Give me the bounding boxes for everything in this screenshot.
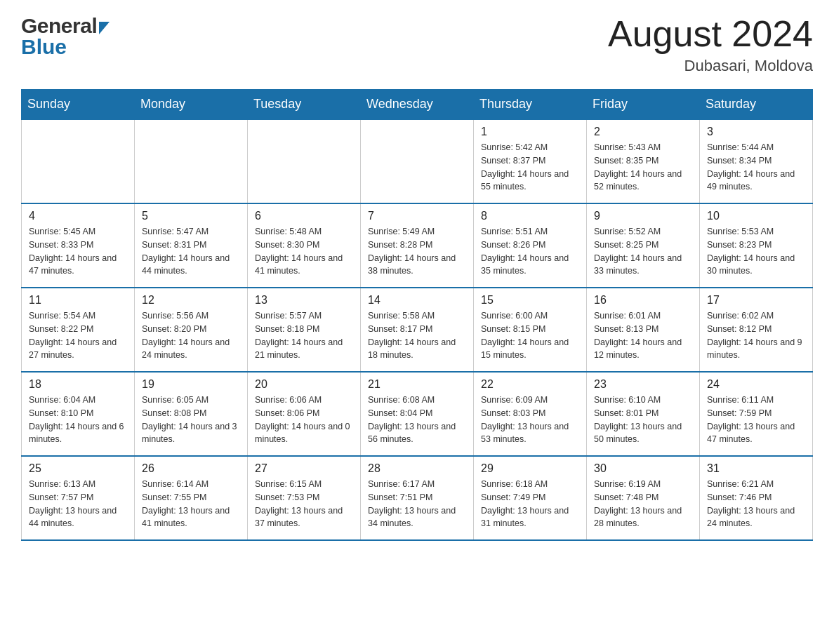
- calendar-day-cell: 7Sunrise: 5:49 AMSunset: 8:28 PMDaylight…: [361, 203, 474, 288]
- day-info: Sunrise: 5:49 AMSunset: 8:28 PMDaylight:…: [368, 225, 466, 278]
- day-number: 7: [368, 210, 466, 222]
- day-number: 30: [594, 462, 692, 475]
- day-info: Sunrise: 6:09 AMSunset: 8:03 PMDaylight:…: [481, 394, 579, 446]
- page-header: General Blue August 2024 Dubasari, Moldo…: [21, 14, 813, 75]
- day-info: Sunrise: 5:56 AMSunset: 8:20 PMDaylight:…: [142, 309, 240, 362]
- day-info: Sunrise: 6:18 AMSunset: 7:49 PMDaylight:…: [481, 478, 579, 530]
- day-number: 22: [481, 378, 579, 391]
- day-info: Sunrise: 6:08 AMSunset: 8:04 PMDaylight:…: [368, 394, 466, 446]
- calendar-day-cell: 25Sunrise: 6:13 AMSunset: 7:57 PMDayligh…: [22, 456, 135, 540]
- day-info: Sunrise: 6:21 AMSunset: 7:46 PMDaylight:…: [707, 478, 805, 530]
- calendar-week-row: 1Sunrise: 5:42 AMSunset: 8:37 PMDaylight…: [22, 119, 813, 203]
- calendar-day-cell: 16Sunrise: 6:01 AMSunset: 8:13 PMDayligh…: [587, 288, 700, 372]
- calendar-day-cell: 9Sunrise: 5:52 AMSunset: 8:25 PMDaylight…: [587, 203, 700, 288]
- calendar-day-header: Thursday: [474, 90, 587, 120]
- calendar-day-cell: 22Sunrise: 6:09 AMSunset: 8:03 PMDayligh…: [474, 372, 587, 456]
- calendar-day-cell: 28Sunrise: 6:17 AMSunset: 7:51 PMDayligh…: [361, 456, 474, 540]
- calendar-day-cell: 15Sunrise: 6:00 AMSunset: 8:15 PMDayligh…: [474, 288, 587, 372]
- day-info: Sunrise: 5:53 AMSunset: 8:23 PMDaylight:…: [707, 225, 805, 278]
- logo-blue-text: Blue: [21, 35, 67, 59]
- calendar-day-cell: 4Sunrise: 5:45 AMSunset: 8:33 PMDaylight…: [22, 203, 135, 288]
- calendar-day-cell: 6Sunrise: 5:48 AMSunset: 8:30 PMDaylight…: [248, 203, 361, 288]
- calendar-day-cell: 3Sunrise: 5:44 AMSunset: 8:34 PMDaylight…: [700, 119, 813, 203]
- day-info: Sunrise: 5:57 AMSunset: 8:18 PMDaylight:…: [255, 309, 353, 362]
- day-info: Sunrise: 6:11 AMSunset: 7:59 PMDaylight:…: [707, 394, 805, 446]
- day-info: Sunrise: 6:01 AMSunset: 8:13 PMDaylight:…: [594, 309, 692, 362]
- day-number: 14: [368, 294, 466, 307]
- day-number: 27: [255, 462, 353, 475]
- calendar-day-header: Tuesday: [248, 90, 361, 120]
- calendar-day-cell: 17Sunrise: 6:02 AMSunset: 8:12 PMDayligh…: [700, 288, 813, 372]
- day-number: 31: [707, 462, 805, 475]
- calendar-day-cell: 23Sunrise: 6:10 AMSunset: 8:01 PMDayligh…: [587, 372, 700, 456]
- day-info: Sunrise: 6:02 AMSunset: 8:12 PMDaylight:…: [707, 309, 805, 362]
- day-number: 25: [29, 462, 127, 475]
- calendar-day-cell: 29Sunrise: 6:18 AMSunset: 7:49 PMDayligh…: [474, 456, 587, 540]
- day-number: 13: [255, 294, 353, 307]
- logo: General Blue: [21, 14, 110, 59]
- calendar-day-cell: [135, 119, 248, 203]
- day-number: 19: [142, 378, 240, 391]
- calendar-day-header: Wednesday: [361, 90, 474, 120]
- day-number: 8: [481, 210, 579, 222]
- month-title: August 2024: [608, 14, 813, 54]
- day-info: Sunrise: 6:14 AMSunset: 7:55 PMDaylight:…: [142, 478, 240, 530]
- day-info: Sunrise: 5:54 AMSunset: 8:22 PMDaylight:…: [29, 309, 127, 362]
- day-number: 23: [594, 378, 692, 391]
- calendar-day-cell: 21Sunrise: 6:08 AMSunset: 8:04 PMDayligh…: [361, 372, 474, 456]
- calendar-day-cell: 31Sunrise: 6:21 AMSunset: 7:46 PMDayligh…: [700, 456, 813, 540]
- day-number: 2: [594, 126, 692, 138]
- day-info: Sunrise: 6:17 AMSunset: 7:51 PMDaylight:…: [368, 478, 466, 530]
- day-number: 24: [707, 378, 805, 391]
- day-number: 26: [142, 462, 240, 475]
- calendar-week-row: 18Sunrise: 6:04 AMSunset: 8:10 PMDayligh…: [22, 372, 813, 456]
- title-block: August 2024 Dubasari, Moldova: [608, 14, 813, 75]
- calendar-day-cell: 14Sunrise: 5:58 AMSunset: 8:17 PMDayligh…: [361, 288, 474, 372]
- day-info: Sunrise: 5:42 AMSunset: 8:37 PMDaylight:…: [481, 141, 579, 194]
- day-info: Sunrise: 6:15 AMSunset: 7:53 PMDaylight:…: [255, 478, 353, 530]
- day-number: 11: [29, 294, 127, 307]
- day-info: Sunrise: 5:58 AMSunset: 8:17 PMDaylight:…: [368, 309, 466, 362]
- calendar-day-cell: 27Sunrise: 6:15 AMSunset: 7:53 PMDayligh…: [248, 456, 361, 540]
- calendar-day-header: Saturday: [700, 90, 813, 120]
- calendar-day-cell: 20Sunrise: 6:06 AMSunset: 8:06 PMDayligh…: [248, 372, 361, 456]
- day-number: 20: [255, 378, 353, 391]
- calendar-day-cell: [248, 119, 361, 203]
- day-number: 29: [481, 462, 579, 475]
- calendar-day-cell: 19Sunrise: 6:05 AMSunset: 8:08 PMDayligh…: [135, 372, 248, 456]
- calendar-week-row: 4Sunrise: 5:45 AMSunset: 8:33 PMDaylight…: [22, 203, 813, 288]
- location: Dubasari, Moldova: [608, 57, 813, 75]
- calendar-day-cell: 18Sunrise: 6:04 AMSunset: 8:10 PMDayligh…: [22, 372, 135, 456]
- calendar-day-cell: 26Sunrise: 6:14 AMSunset: 7:55 PMDayligh…: [135, 456, 248, 540]
- day-number: 3: [707, 126, 805, 138]
- day-info: Sunrise: 5:45 AMSunset: 8:33 PMDaylight:…: [29, 225, 127, 278]
- day-number: 6: [255, 210, 353, 222]
- day-number: 15: [481, 294, 579, 307]
- day-info: Sunrise: 6:06 AMSunset: 8:06 PMDaylight:…: [255, 394, 353, 446]
- day-number: 21: [368, 378, 466, 391]
- day-number: 28: [368, 462, 466, 475]
- calendar-day-cell: 12Sunrise: 5:56 AMSunset: 8:20 PMDayligh…: [135, 288, 248, 372]
- calendar-day-cell: 30Sunrise: 6:19 AMSunset: 7:48 PMDayligh…: [587, 456, 700, 540]
- day-info: Sunrise: 5:48 AMSunset: 8:30 PMDaylight:…: [255, 225, 353, 278]
- calendar-day-header: Friday: [587, 90, 700, 120]
- day-number: 18: [29, 378, 127, 391]
- calendar-day-cell: [361, 119, 474, 203]
- day-info: Sunrise: 5:51 AMSunset: 8:26 PMDaylight:…: [481, 225, 579, 278]
- day-number: 4: [29, 210, 127, 222]
- calendar-day-cell: 1Sunrise: 5:42 AMSunset: 8:37 PMDaylight…: [474, 119, 587, 203]
- day-info: Sunrise: 5:52 AMSunset: 8:25 PMDaylight:…: [594, 225, 692, 278]
- calendar-day-cell: [22, 119, 135, 203]
- logo-general-text: General: [21, 14, 97, 38]
- calendar-day-cell: 10Sunrise: 5:53 AMSunset: 8:23 PMDayligh…: [700, 203, 813, 288]
- day-info: Sunrise: 5:44 AMSunset: 8:34 PMDaylight:…: [707, 141, 805, 194]
- calendar-day-cell: 13Sunrise: 5:57 AMSunset: 8:18 PMDayligh…: [248, 288, 361, 372]
- day-info: Sunrise: 6:10 AMSunset: 8:01 PMDaylight:…: [594, 394, 692, 446]
- day-number: 1: [481, 126, 579, 138]
- logo-chevron-icon: [99, 22, 110, 34]
- day-number: 17: [707, 294, 805, 307]
- calendar-table: SundayMondayTuesdayWednesdayThursdayFrid…: [21, 89, 813, 541]
- calendar-day-cell: 8Sunrise: 5:51 AMSunset: 8:26 PMDaylight…: [474, 203, 587, 288]
- day-info: Sunrise: 6:00 AMSunset: 8:15 PMDaylight:…: [481, 309, 579, 362]
- day-number: 5: [142, 210, 240, 222]
